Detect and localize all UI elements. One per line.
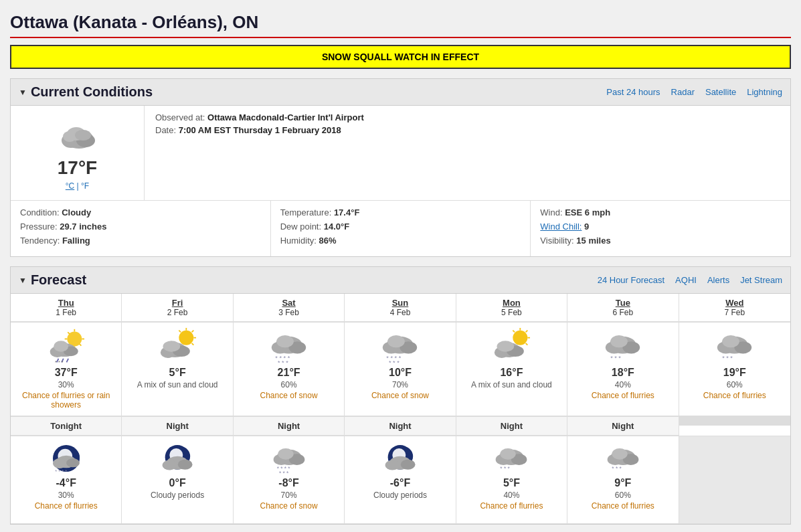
lightning-link[interactable]: Lightning xyxy=(747,87,782,97)
day-temp: 19°F xyxy=(682,367,788,379)
svg-point-87 xyxy=(401,460,416,470)
svg-text:* * *: * * * xyxy=(501,465,511,472)
forecast-collapse-triangle[interactable]: ▼ xyxy=(19,276,27,285)
forecast-night-body-4: * * * 5°F 40% Chance of flurries xyxy=(456,436,567,523)
forecast-day-headers: Thu 1 Feb Fri 2 Feb Sat 3 Feb Sun 4 Feb … xyxy=(11,294,790,323)
page-wrapper: Ottawa (Kanata - Orléans), ON SNOW SQUAL… xyxy=(0,0,801,532)
celsius-link[interactable]: °C xyxy=(66,181,74,191)
forecast-day-header-6: Wed 7 Feb xyxy=(679,294,790,322)
radar-link[interactable]: Radar xyxy=(671,87,695,97)
forecast-night-body-6 xyxy=(679,436,790,523)
night-body: 0°F Cloudy periods xyxy=(122,436,232,523)
night-body: * * * 9°F 60% Chance of flurries xyxy=(567,436,678,523)
current-conditions-card: ▼ Current Conditions Past 24 hours Radar… xyxy=(10,78,791,257)
day-name: Sat xyxy=(236,298,341,308)
forecast-day-header-5: Tue 6 Feb xyxy=(567,294,679,322)
forecast-night-body-2: * * * * * * * -8°F 70% Chance of snow xyxy=(234,436,345,523)
past-24-hours-link[interactable]: Past 24 hours xyxy=(606,87,660,97)
day-desc: Chance of flurries or rain showers xyxy=(13,391,118,410)
night-body xyxy=(679,436,790,523)
night-desc: Cloudy periods xyxy=(124,491,230,500)
day-desc: A mix of sun and cloud xyxy=(459,380,564,389)
forecast-night-body-3: -6°F Cloudy periods xyxy=(345,436,456,523)
forecast-day-body-3: * * * * * * * 10°F 70% Chance of snow xyxy=(345,323,456,416)
night-desc: Cloudy periods xyxy=(347,491,452,500)
svg-point-40 xyxy=(388,335,406,347)
night-body: * * * 5°F 40% Chance of flurries xyxy=(456,436,567,523)
forecast-title: Forecast xyxy=(31,272,86,288)
forecast-night-body-1: 0°F Cloudy periods xyxy=(122,436,233,523)
forecast-night-header-6 xyxy=(679,417,790,436)
svg-point-34 xyxy=(276,335,294,347)
day-header: Tue 6 Feb xyxy=(567,294,678,322)
svg-line-47 xyxy=(526,343,528,345)
svg-point-74 xyxy=(163,460,177,470)
day-desc: Chance of snow xyxy=(236,391,341,400)
night-temp: -8°F xyxy=(236,477,341,489)
current-conditions-header: ▼ Current Conditions Past 24 hours Radar… xyxy=(11,79,790,106)
aqhi-link[interactable]: AQHI xyxy=(675,275,697,285)
svg-line-26 xyxy=(179,331,181,333)
alert-banner: SNOW SQUALL WATCH IN EFFECT xyxy=(10,45,791,69)
svg-line-48 xyxy=(513,331,515,333)
observed-info: Observed at: Ottawa Macdonald-Cartier In… xyxy=(145,106,790,200)
night-desc: Chance of flurries xyxy=(570,501,675,511)
day-header: Sun 4 Feb xyxy=(345,294,455,322)
collapse-triangle[interactable]: ▼ xyxy=(19,88,27,97)
current-col-2: Temperature: 17.4°F Dew point: 14.0°F Hu… xyxy=(271,201,531,256)
day-header: Mon 5 Feb xyxy=(456,294,567,322)
forecast-day-header-0: Thu 1 Feb xyxy=(11,294,122,322)
forecast-night-header-5: Night xyxy=(567,417,679,436)
cloudy-icon xyxy=(58,115,98,155)
forecast-card: ▼ Forecast 24 Hour Forecast AQHI Alerts … xyxy=(10,266,791,525)
night-header: Night xyxy=(456,417,567,436)
satellite-link[interactable]: Satellite xyxy=(705,87,736,97)
forecast-links: 24 Hour Forecast AQHI Alerts Jet Stream xyxy=(598,275,782,285)
night-body: * * * * * * * -8°F 70% Chance of snow xyxy=(234,436,344,523)
current-details-row: Condition: Cloudy Pressure: 29.7 inches … xyxy=(11,201,790,256)
day-icon-5: * * * xyxy=(570,328,675,367)
svg-point-96 xyxy=(612,448,627,460)
tendency-row: Tendency: Falling xyxy=(20,236,261,246)
jet-stream-link[interactable]: Jet Stream xyxy=(740,275,782,285)
svg-point-52 xyxy=(497,341,514,352)
svg-point-91 xyxy=(501,448,516,460)
windchill-link[interactable]: Wind Chill: xyxy=(540,221,582,232)
svg-point-75 xyxy=(178,460,193,470)
night-temp: 5°F xyxy=(459,477,564,489)
night-body: * * * * -4°F 30% Chance of flurries xyxy=(11,436,121,523)
day-temp: 18°F xyxy=(570,367,675,379)
night-icon-2: * * * * * * * xyxy=(236,442,341,477)
day-body: * * * * * * * 21°F 60% Chance of snow xyxy=(234,323,344,416)
svg-line-11 xyxy=(68,332,70,334)
night-desc: Chance of flurries xyxy=(13,501,118,511)
forecast-night-header-1: Night xyxy=(122,417,233,436)
forecast-day-header-3: Sun 4 Feb xyxy=(345,294,456,322)
day-name: Wed xyxy=(682,298,788,308)
night-desc: Chance of snow xyxy=(236,501,341,511)
humidity-row: Humidity: 86% xyxy=(280,236,521,246)
windchill-row: Wind Chill: 9 xyxy=(540,221,781,232)
night-pct: 70% xyxy=(236,491,341,500)
day-header: Fri 2 Feb xyxy=(122,294,232,322)
day-date: 2 Feb xyxy=(124,308,230,317)
svg-text:* * *: * * * xyxy=(278,359,288,365)
condition-row: Condition: Cloudy xyxy=(20,207,261,217)
day-pct: 40% xyxy=(570,380,675,389)
day-pct: 60% xyxy=(682,380,788,389)
day-pct: 60% xyxy=(236,380,341,389)
night-temp: 0°F xyxy=(124,477,230,489)
svg-text:* * *: * * * xyxy=(55,359,64,365)
night-temp: -6°F xyxy=(347,477,452,489)
day-desc: A mix of sun and cloud xyxy=(124,380,230,389)
24-hour-forecast-link[interactable]: 24 Hour Forecast xyxy=(598,275,664,285)
forecast-day-header-1: Fri 2 Feb xyxy=(122,294,233,322)
night-icon-1 xyxy=(124,442,230,477)
current-conditions-links: Past 24 hours Radar Satellite Lightning xyxy=(606,87,782,97)
current-top-row: 17°F °C | °F Observed at: Ottawa Macdona… xyxy=(11,106,790,201)
wind-row: Wind: ESE 6 mph xyxy=(540,207,781,217)
alerts-link[interactable]: Alerts xyxy=(707,275,729,285)
svg-text:* * *: * * * xyxy=(612,465,622,472)
day-icon-3: * * * * * * * xyxy=(347,328,452,367)
svg-point-16 xyxy=(54,341,68,352)
